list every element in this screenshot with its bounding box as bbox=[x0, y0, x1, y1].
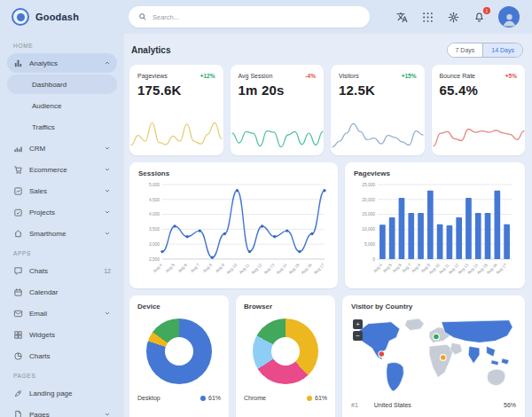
sidebar-item-analytics[interactable]: Analytics bbox=[7, 53, 117, 73]
legend-dot bbox=[200, 396, 206, 401]
sidebar-item-label: Smarthome bbox=[29, 230, 66, 238]
sidebar-item-sales[interactable]: Sales bbox=[7, 181, 117, 201]
stat-label: Avg Session bbox=[239, 73, 273, 79]
legend-label: Desktop bbox=[137, 395, 160, 401]
svg-text:Aug 16: Aug 16 bbox=[301, 263, 313, 275]
sidebar-item-landing-page[interactable]: Landing page bbox=[7, 383, 117, 403]
stat-cards-row: Pageviews+12% 175.6K Avg Session-4% 1m 2… bbox=[129, 65, 525, 155]
country-rank-row: #1 United States 56% bbox=[351, 402, 516, 408]
card-title: Pageviews bbox=[354, 169, 516, 177]
sidebar-item-calendar[interactable]: Calendar bbox=[7, 282, 117, 302]
sidebar-item-label: Audience bbox=[32, 102, 61, 110]
sidebar-item-ecommerce[interactable]: Ecommerce bbox=[7, 160, 117, 179]
svg-text:2,500: 2,500 bbox=[149, 257, 160, 262]
chevron-down-icon bbox=[104, 208, 111, 216]
svg-text:Aug 8: Aug 8 bbox=[202, 263, 213, 273]
country-name: United States bbox=[374, 402, 411, 408]
chevron-down-icon bbox=[104, 166, 111, 173]
map-marker bbox=[440, 355, 446, 361]
svg-text:0: 0 bbox=[372, 257, 375, 262]
search-bar[interactable] bbox=[129, 6, 370, 28]
columns-chart-icon bbox=[13, 144, 23, 153]
sidebar-item-email[interactable]: Email bbox=[7, 303, 117, 323]
stat-card-avg-session: Avg Session-4% 1m 20s bbox=[231, 65, 325, 155]
map-marker bbox=[434, 334, 440, 340]
sidebar-item-label: Sales bbox=[29, 187, 47, 195]
topbar: 1 bbox=[124, 0, 532, 34]
avatar[interactable] bbox=[498, 6, 520, 28]
map-zoom-controls: + − bbox=[353, 319, 363, 341]
settings-gear-icon[interactable] bbox=[447, 11, 459, 23]
sidebar-item-pages[interactable]: Pages bbox=[7, 405, 117, 417]
sidebar-item-charts[interactable]: Charts bbox=[7, 346, 117, 366]
widgets-icon bbox=[13, 330, 23, 340]
svg-text:Aug 4: Aug 4 bbox=[372, 263, 383, 273]
chevron-down-icon bbox=[104, 187, 111, 194]
rocket-icon bbox=[13, 389, 23, 398]
page-icon bbox=[13, 410, 23, 417]
legend-dot bbox=[307, 396, 312, 401]
stat-delta: +15% bbox=[402, 73, 417, 79]
sidebar-item-label: Chats bbox=[29, 267, 48, 275]
sidebar-item-projects[interactable]: Projects bbox=[7, 202, 117, 222]
device-card: Device Desktop 61% bbox=[129, 295, 229, 417]
sidebar-item-label: Analytics bbox=[29, 59, 58, 67]
sidebar-item-crm[interactable]: CRM bbox=[7, 138, 117, 158]
legend-value: 61% bbox=[208, 395, 221, 401]
search-input[interactable] bbox=[153, 13, 360, 21]
sparkline-chart bbox=[231, 114, 325, 155]
stat-delta: +12% bbox=[200, 73, 215, 79]
svg-text:4,500: 4,500 bbox=[149, 198, 160, 202]
range-14-days-button[interactable]: 14 Days bbox=[482, 43, 522, 57]
svg-text:Aug 17: Aug 17 bbox=[495, 263, 507, 275]
calendar-icon bbox=[13, 287, 23, 297]
legend-label: Chrome bbox=[244, 395, 266, 401]
range-7-days-button[interactable]: 7 Days bbox=[448, 43, 483, 57]
apps-grid-icon[interactable] bbox=[421, 11, 434, 23]
svg-text:Aug 14: Aug 14 bbox=[276, 263, 288, 275]
sidebar-item-smarthome[interactable]: Smarthome bbox=[7, 224, 117, 243]
translate-icon[interactable] bbox=[395, 11, 408, 23]
stat-value: 12.5K bbox=[339, 83, 417, 98]
sidebar-item-label: Traffics bbox=[32, 123, 55, 131]
sidebar-item-dashboard[interactable]: Dashboard bbox=[7, 75, 117, 94]
svg-text:15,000: 15,000 bbox=[362, 212, 375, 216]
sidebar-item-audience[interactable]: Audience bbox=[7, 96, 117, 115]
sidebar-item-traffics[interactable]: Traffics bbox=[7, 117, 117, 137]
chevron-down-icon bbox=[104, 411, 111, 417]
world-map[interactable] bbox=[351, 314, 516, 396]
app-name: Goodash bbox=[35, 12, 79, 22]
stat-label: Bounce Rate bbox=[440, 73, 475, 79]
svg-text:Aug 15: Aug 15 bbox=[288, 263, 301, 275]
sidebar-item-label: Widgets bbox=[29, 331, 55, 339]
chat-bubble-icon bbox=[13, 266, 23, 276]
sparkline-chart bbox=[129, 114, 223, 155]
sidebar-section-pages: PAGES bbox=[13, 373, 117, 379]
sidebar-section-apps: APPS bbox=[13, 250, 117, 256]
map-zoom-out-button[interactable]: − bbox=[353, 331, 363, 341]
sidebar-item-chats[interactable]: Chats 12 bbox=[7, 261, 117, 280]
chevron-up-icon bbox=[104, 59, 111, 67]
date-range-toggle: 7 Days 14 Days bbox=[447, 43, 523, 58]
sidebar-item-label: Charts bbox=[29, 352, 51, 360]
map-zoom-in-button[interactable]: + bbox=[353, 319, 363, 329]
card-title: Sessions bbox=[138, 169, 329, 177]
sidebar-item-label: CRM bbox=[29, 145, 45, 153]
pageviews-card: Pageviews 05,00010,00015,00020,00025,000… bbox=[345, 162, 525, 288]
sparkline-chart bbox=[331, 114, 425, 155]
sidebar-item-label: Projects bbox=[29, 208, 55, 216]
legend-row: Chrome 61% bbox=[244, 395, 327, 401]
svg-text:Aug 4: Aug 4 bbox=[153, 263, 163, 273]
svg-text:Aug 17: Aug 17 bbox=[313, 263, 325, 275]
stat-value: 65.4% bbox=[440, 83, 518, 98]
notifications-bell-icon[interactable]: 1 bbox=[473, 11, 485, 23]
sparkline-chart bbox=[432, 114, 526, 155]
chats-count-badge: 12 bbox=[104, 268, 111, 274]
email-icon bbox=[13, 309, 23, 319]
sidebar-item-widgets[interactable]: Widgets bbox=[7, 325, 117, 344]
cart-icon bbox=[13, 165, 23, 175]
stat-card-visitors: Visitors+15% 12.5K bbox=[331, 65, 425, 155]
legend-value: 61% bbox=[315, 395, 327, 401]
chevron-down-icon bbox=[104, 230, 111, 237]
stat-value: 175.6K bbox=[137, 83, 215, 98]
